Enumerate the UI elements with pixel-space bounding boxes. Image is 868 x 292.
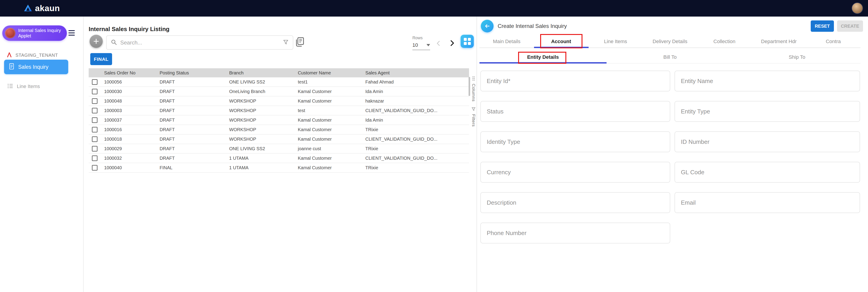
row-checkbox[interactable]: [92, 136, 97, 142]
row-checkbox[interactable]: [92, 165, 97, 171]
cell-posting-status: DRAFT: [160, 89, 229, 94]
cell-branch: WORKSHOP: [229, 99, 298, 104]
logo-text: akaun: [35, 4, 60, 13]
columns-side-tab[interactable]: Columns: [471, 76, 476, 101]
subtab-bill-to[interactable]: Bill To: [607, 51, 734, 63]
column-header-customer-name[interactable]: Customer Name: [298, 70, 365, 76]
checkbox-cell: [89, 117, 104, 123]
cell-sales-order-no: 1000016: [104, 127, 160, 132]
user-avatar[interactable]: [851, 2, 863, 14]
cell-posting-status: DRAFT: [160, 108, 229, 113]
cell-posting-status: DRAFT: [160, 99, 229, 104]
tab-collection[interactable]: Collection: [697, 36, 752, 47]
checkbox-cell: [89, 98, 104, 104]
sidebar-item-applet[interactable]: Internal Sales Inquiry Applet: [2, 26, 67, 41]
back-button[interactable]: [481, 20, 494, 32]
sales-inquiry-table: Sales Order No Posting Status Branch Cus…: [89, 68, 469, 173]
field-entity-type[interactable]: Entity Type: [675, 101, 860, 122]
cell-customer-name: test: [298, 108, 365, 113]
tab-delivery-details[interactable]: Delivery Details: [643, 36, 697, 47]
table-row[interactable]: 1000029 DRAFT ONE LIVING SS2 joanne cust…: [89, 144, 469, 154]
table-scrollbar[interactable]: [469, 77, 470, 96]
row-checkbox[interactable]: [92, 108, 97, 113]
list-icon: [7, 83, 13, 89]
table-row[interactable]: 1000048 DRAFT WORKSHOP Kamal Customer ha…: [89, 97, 469, 106]
row-checkbox[interactable]: [92, 117, 97, 123]
create-button[interactable]: CREATE: [837, 21, 863, 32]
field-entity-name[interactable]: Entity Name: [675, 71, 860, 92]
table-row[interactable]: 1000040 FINAL 1 UTAMA Kamal Customer TRi…: [89, 163, 469, 173]
final-filter-chip[interactable]: FINAL: [90, 53, 112, 65]
cell-sales-agent: TRixie: [365, 146, 469, 151]
column-header-branch[interactable]: Branch: [229, 70, 298, 76]
cell-customer-name: Kamal Customer: [298, 127, 365, 132]
cell-customer-name: Kamal Customer: [298, 117, 365, 123]
field-gl-code[interactable]: GL Code: [675, 162, 860, 183]
next-page-button[interactable]: [448, 39, 456, 48]
column-header-sales-order-no[interactable]: Sales Order No: [104, 70, 160, 76]
table-row[interactable]: 1000016 DRAFT WORKSHOP Kamal Customer TR…: [89, 125, 469, 135]
cell-sales-agent: haknazar: [365, 99, 469, 104]
table-row[interactable]: 1000032 DRAFT 1 UTAMA Kamal Customer CLI…: [89, 154, 469, 163]
document-icon: [9, 63, 14, 71]
tab-account[interactable]: Account: [534, 36, 588, 47]
field-entity-id[interactable]: Entity Id*: [480, 71, 670, 92]
chevron-right-icon: [448, 39, 456, 47]
tab-contra[interactable]: Contra: [806, 36, 861, 47]
tab-main-details[interactable]: Main Details: [479, 36, 534, 47]
view-switcher-button[interactable]: [461, 35, 474, 48]
row-checkbox[interactable]: [92, 127, 97, 133]
subtab-ship-to[interactable]: Ship To: [734, 51, 861, 63]
field-description[interactable]: Description: [480, 192, 670, 213]
sidebar-item-sales-inquiry[interactable]: Sales Inquiry: [4, 60, 68, 74]
arrow-left-icon: [484, 23, 491, 30]
chevron-left-icon: [435, 40, 442, 46]
checkbox-cell: [89, 136, 104, 142]
cell-posting-status: DRAFT: [160, 146, 229, 151]
detail-tabs: Main Details Account Line Items Delivery…: [479, 36, 861, 48]
subtab-entity-details[interactable]: Entity Details: [479, 51, 607, 63]
field-currency[interactable]: Currency: [480, 162, 670, 183]
field-identity-type[interactable]: Identity Type: [480, 131, 670, 152]
table-row[interactable]: 1000030 DRAFT OneLiving Branch Kamal Cus…: [89, 87, 469, 97]
table-row[interactable]: 1000018 DRAFT WORKSHOP Kamal Customer CL…: [89, 135, 469, 144]
sidebar-collapse-icon[interactable]: [68, 30, 75, 36]
duplicate-list-icon[interactable]: [296, 37, 304, 48]
table-row[interactable]: 1000003 DRAFT WORKSHOP test CLIENT_VALID…: [89, 106, 469, 115]
checkbox-cell: [89, 127, 104, 133]
rows-per-page-value: 10: [412, 42, 418, 48]
row-checkbox[interactable]: [92, 155, 97, 161]
sidebar-item-line-items[interactable]: Line Items: [7, 82, 40, 91]
row-checkbox[interactable]: [92, 89, 97, 95]
cell-sales-agent: Ida Amin: [365, 89, 469, 94]
field-email[interactable]: Email: [675, 192, 860, 213]
previous-page-button[interactable]: [435, 40, 442, 47]
drag-grip-icon: [472, 76, 475, 82]
field-id-number[interactable]: ID Number: [675, 131, 860, 152]
row-checkbox[interactable]: [92, 98, 97, 104]
table-row[interactable]: 1000037 DRAFT WORKSHOP Kamal Customer Id…: [89, 115, 469, 125]
add-record-button[interactable]: [90, 35, 103, 48]
rows-per-page-select[interactable]: 10: [412, 42, 430, 50]
column-header-sales-agent[interactable]: Sales Agent: [365, 70, 469, 76]
field-status[interactable]: Status: [480, 101, 670, 122]
field-label: Entity Name: [681, 78, 713, 85]
sidebar-item-tenant[interactable]: STAGING_TENANT: [6, 50, 58, 61]
filters-side-tab[interactable]: Filters: [471, 107, 476, 126]
cell-sales-order-no: 1000018: [104, 137, 160, 142]
search-input[interactable]: [120, 39, 280, 46]
tab-line-items[interactable]: Line Items: [588, 36, 643, 47]
grid-icon: [464, 38, 471, 45]
tab-department-hdr[interactable]: Department Hdr: [752, 36, 806, 47]
row-checkbox[interactable]: [92, 146, 97, 152]
sidebar: Internal Sales Inquiry Applet STAGING_TE…: [0, 16, 84, 292]
table-row[interactable]: 1000056 DRAFT ONE LIVING SS2 test1 Fahad…: [89, 77, 469, 87]
filter-icon[interactable]: [283, 39, 289, 46]
row-checkbox[interactable]: [92, 79, 97, 85]
column-header-posting-status[interactable]: Posting Status: [160, 70, 229, 76]
field-phone-number[interactable]: Phone Number: [480, 223, 670, 244]
reset-button[interactable]: RESET: [811, 21, 834, 32]
topbar: akaun: [0, 0, 868, 16]
listing-panel: Internal Sales Inquiry Listing: [84, 16, 476, 292]
plus-icon: [93, 38, 100, 45]
